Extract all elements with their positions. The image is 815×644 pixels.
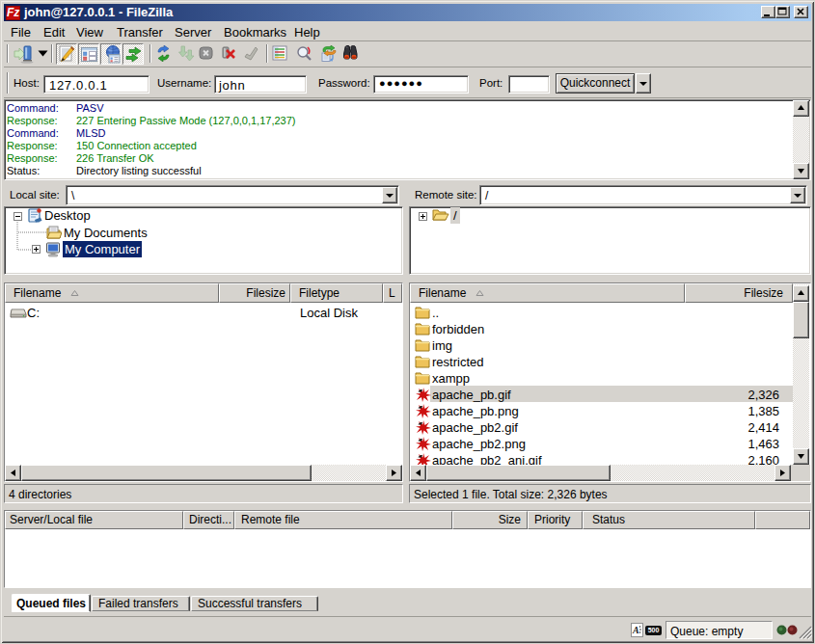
svg-text:A: A [632,625,639,635]
